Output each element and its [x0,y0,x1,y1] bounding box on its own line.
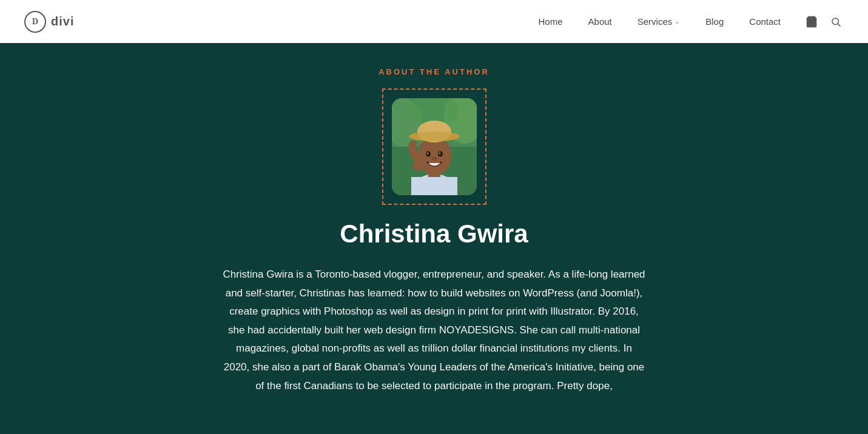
author-bio: Christina Gwira is a Toronto-based vlogg… [222,265,647,395]
svg-line-2 [838,24,840,26]
nav-item-home[interactable]: Home [529,12,573,32]
nav-item-services[interactable]: Services ⌄ [628,12,690,32]
main-content: ABOUT THE AUTHOR [0,43,868,434]
section-label: ABOUT THE AUTHOR [378,67,490,76]
nav-item-blog[interactable]: Blog [696,12,733,32]
logo[interactable]: D divi [24,11,74,33]
svg-point-14 [409,132,460,141]
search-icon [830,16,841,27]
logo-text: divi [51,15,74,28]
main-nav: Home About Services ⌄ Blog Contact [529,12,844,32]
header: D divi Home About Services ⌄ Blog Contac… [0,0,868,43]
author-image-container [382,88,486,205]
author-image [392,98,477,195]
svg-point-17 [426,153,428,155]
cart-icon [805,15,818,28]
nav-item-contact[interactable]: Contact [739,12,790,32]
portrait-svg [392,98,477,195]
svg-rect-9 [411,177,457,195]
svg-point-18 [439,153,440,155]
svg-point-1 [832,18,839,25]
svg-point-19 [432,157,437,161]
search-button[interactable] [828,14,844,30]
cart-button[interactable] [802,13,821,31]
nav-icons [802,13,844,31]
logo-icon: D [24,11,46,33]
services-chevron-icon: ⌄ [675,18,680,25]
nav-item-about[interactable]: About [579,12,622,32]
author-name: Christina Gwira [340,219,528,249]
